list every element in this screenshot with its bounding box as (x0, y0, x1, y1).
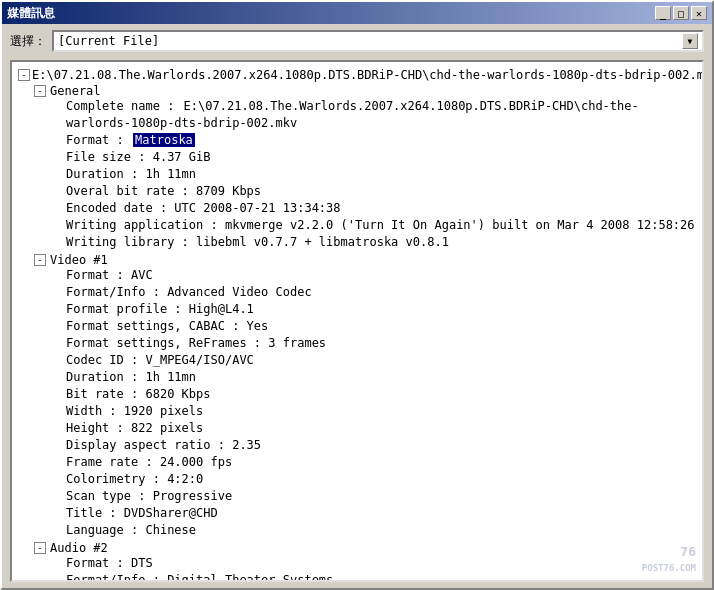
general-header: - General (34, 84, 696, 98)
v-format-reframes-line: Format settings, ReFrames : 3 frames (62, 335, 696, 352)
video1-label: Video #1 (50, 253, 108, 267)
filepath-line: - E:\07.21.08.The.Warlords.2007.x264.108… (18, 66, 696, 84)
audio2-section: - Audio #2 Format : DTS Format/Info : Di… (18, 541, 696, 582)
v-language-line: Language : Chinese (62, 522, 696, 539)
v-aspect-ratio-line: Display aspect ratio : 2.35 (62, 437, 696, 454)
general-toggle[interactable]: - (34, 85, 46, 97)
v-format-cabac-line: Format settings, CABAC : Yes (62, 318, 696, 335)
v-width-line: Width : 1920 pixels (62, 403, 696, 420)
filepath-text: E:\07.21.08.The.Warlords.2007.x264.1080p… (32, 66, 704, 84)
v-format-info-line: Format/Info : Advanced Video Codec (62, 284, 696, 301)
format-line: Format : Matroska (62, 132, 696, 149)
v-title-line: Title : DVDSharer@CHD (62, 505, 696, 522)
v-framerate-line: Frame rate : 24.000 fps (62, 454, 696, 471)
v-codec-id-line: Codec ID : V_MPEG4/ISO/AVC (62, 352, 696, 369)
combo-dropdown-arrow[interactable]: ▼ (682, 33, 698, 49)
bitrate-line: Overal bit rate : 8709 Kbps (62, 183, 696, 200)
v-format-profile-line: Format profile : High@L4.1 (62, 301, 696, 318)
v-scan-type-line: Scan type : Progressive (62, 488, 696, 505)
window-title: 媒體訊息 (7, 5, 55, 22)
audio2-body: Format : DTS Format/Info : Digital Theat… (34, 555, 696, 582)
v-duration-line: Duration : 1h 11mn (62, 369, 696, 386)
v-format-line: Format : AVC (62, 267, 696, 284)
video1-toggle[interactable]: - (34, 254, 46, 266)
selector-label: 選擇： (10, 33, 46, 50)
duration-line: Duration : 1h 11mn (62, 166, 696, 183)
file-selector[interactable]: [Current File] ▼ (52, 30, 704, 52)
selector-row: 選擇： [Current File] ▼ (10, 30, 704, 52)
writing-lib-line: Writing library : libebml v0.7.7 + libma… (62, 234, 696, 251)
root-toggle[interactable]: - (18, 69, 30, 81)
v-bitrate-line: Bit rate : 6820 Kbps (62, 386, 696, 403)
audio2-header: - Audio #2 (34, 541, 696, 555)
audio2-label: Audio #2 (50, 541, 108, 555)
video1-header: - Video #1 (34, 253, 696, 267)
filepath-row: - E:\07.21.08.The.Warlords.2007.x264.108… (18, 66, 696, 84)
encoded-date-line: Encoded date : UTC 2008-07-21 13:34:38 (62, 200, 696, 217)
complete-name-line: Complete name : E:\07.21.08.The.Warlords… (62, 98, 696, 132)
window-controls: _ □ ✕ (655, 6, 707, 20)
filesize-line: File size : 4.37 GiB (62, 149, 696, 166)
watermark: 76POST76.COM (642, 544, 696, 574)
general-section: - General Complete name : E:\07.21.08.Th… (18, 84, 696, 251)
info-panel: - E:\07.21.08.The.Warlords.2007.x264.108… (10, 60, 704, 582)
minimize-button[interactable]: _ (655, 6, 671, 20)
format-value-highlight: Matroska (133, 133, 195, 147)
general-label: General (50, 84, 101, 98)
close-button[interactable]: ✕ (691, 6, 707, 20)
video1-section: - Video #1 Format : AVC Format/Info : Ad… (18, 253, 696, 539)
title-bar: 媒體訊息 _ □ ✕ (2, 2, 712, 24)
a-format-line: Format : DTS (62, 555, 696, 572)
v-height-line: Height : 822 pixels (62, 420, 696, 437)
video1-body: Format : AVC Format/Info : Advanced Vide… (34, 267, 696, 539)
main-window: 媒體訊息 _ □ ✕ 選擇： [Current File] ▼ - E:\07.… (0, 0, 714, 590)
a-format-info-line: Format/Info : Digital Theater Systems (62, 572, 696, 582)
v-colorimetry-line: Colorimetry : 4:2:0 (62, 471, 696, 488)
selector-value: [Current File] (58, 34, 159, 48)
audio2-toggle[interactable]: - (34, 542, 46, 554)
maximize-button[interactable]: □ (673, 6, 689, 20)
general-body: Complete name : E:\07.21.08.The.Warlords… (34, 98, 696, 251)
writing-app-line: Writing application : mkvmerge v2.2.0 ('… (62, 217, 696, 234)
window-content: 選擇： [Current File] ▼ - E:\07.21.08.The.W… (2, 24, 712, 588)
